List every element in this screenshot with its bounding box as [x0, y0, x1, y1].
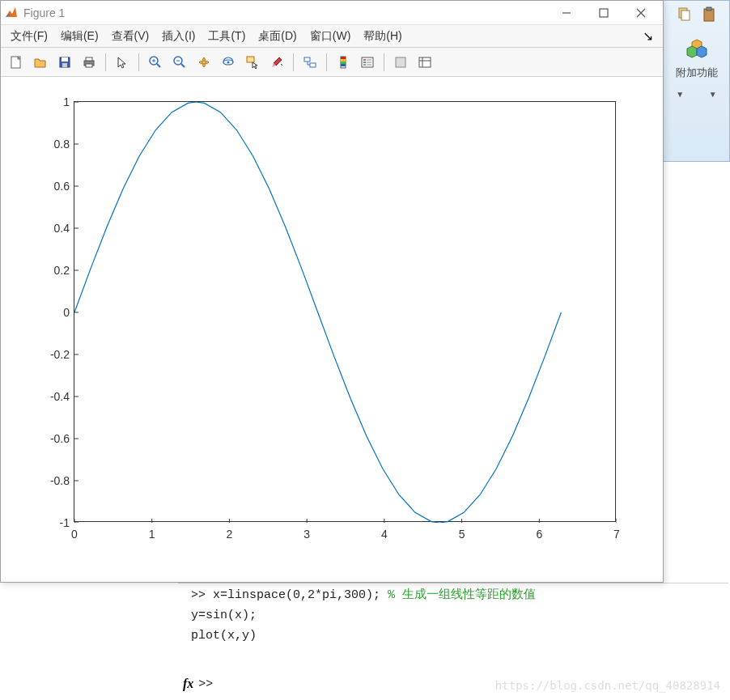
- menu-file[interactable]: 文件(F): [4, 26, 54, 47]
- axes[interactable]: -1-0.8-0.6-0.4-0.200.20.40.60.81 0123456…: [74, 101, 616, 522]
- dropdown-icon[interactable]: ▼: [676, 90, 684, 99]
- x-tick-label: 3: [303, 528, 310, 541]
- menu-window[interactable]: 窗口(W): [303, 26, 358, 47]
- svg-rect-6: [62, 57, 68, 62]
- svg-rect-26: [341, 62, 346, 64]
- y-tick-label: 0.6: [34, 180, 70, 193]
- svg-rect-25: [341, 59, 346, 62]
- svg-rect-22: [310, 63, 316, 67]
- svg-rect-7: [62, 63, 67, 67]
- y-tick-label: -0.4: [34, 390, 70, 403]
- link-button[interactable]: [299, 52, 320, 73]
- svg-rect-1: [600, 9, 608, 17]
- x-tick-label: 5: [459, 528, 465, 541]
- menubar: 文件(F) 编辑(E) 查看(V) 插入(I) 工具(T) 桌面(D) 窗口(W…: [1, 25, 663, 48]
- plot-area[interactable]: -1-0.8-0.6-0.4-0.200.20.40.60.81 0123456…: [1, 77, 663, 582]
- svg-rect-59: [681, 11, 690, 20]
- paste-icon[interactable]: [700, 6, 718, 26]
- toolbar: [1, 48, 663, 77]
- y-tick-label: -1: [34, 516, 70, 529]
- line-plot: [74, 102, 617, 523]
- x-tick-label: 0: [71, 528, 78, 541]
- svg-rect-9: [86, 57, 92, 61]
- svg-point-19: [227, 61, 230, 63]
- figure-window: Figure 1 文件(F) 编辑(E) 查看(V) 插入(I) 工具(T) 桌…: [0, 0, 664, 583]
- separator: [105, 53, 106, 71]
- brush-button[interactable]: [266, 52, 287, 73]
- save-button[interactable]: [54, 52, 75, 73]
- x-tick-label: 2: [227, 528, 233, 541]
- addon-icon[interactable]: [684, 37, 710, 62]
- svg-rect-21: [304, 57, 310, 62]
- zoom-out-button[interactable]: [169, 52, 190, 73]
- y-tick-label: -0.6: [34, 432, 70, 445]
- menu-tools[interactable]: 工具(T): [202, 26, 252, 47]
- menu-help[interactable]: 帮助(H): [357, 26, 408, 47]
- minimize-button[interactable]: [548, 1, 585, 25]
- x-tick-label: 4: [381, 528, 388, 541]
- annotation-toggle-icon[interactable]: ↘: [643, 28, 660, 44]
- y-tick-label: 0.2: [34, 264, 70, 277]
- separator: [384, 53, 384, 71]
- svg-rect-20: [247, 57, 254, 62]
- command-prompt[interactable]: fx >>: [178, 677, 213, 691]
- menu-desktop[interactable]: 桌面(D): [252, 26, 303, 47]
- matlab-icon: [4, 6, 19, 20]
- dropdown-icon[interactable]: ▼: [709, 90, 717, 99]
- menu-edit[interactable]: 编辑(E): [54, 26, 105, 47]
- addon-label: 附加功能: [676, 66, 718, 80]
- show-plot-tools-button[interactable]: [414, 52, 435, 73]
- insert-legend-button[interactable]: [357, 52, 378, 73]
- command-line-1: >> x=linspace(0,2*pi,300); % 生成一组线性等距的数值: [178, 583, 728, 605]
- x-tick-label: 7: [613, 528, 620, 541]
- fx-icon: fx: [183, 677, 193, 691]
- menu-insert[interactable]: 插入(I): [155, 26, 202, 47]
- insert-colorbar-button[interactable]: [333, 52, 354, 73]
- watermark: https://blog.csdn.net/qq_40828914: [495, 679, 720, 692]
- pointer-button[interactable]: [112, 52, 133, 73]
- menu-view[interactable]: 查看(V): [105, 26, 156, 47]
- command-line-2: y=sin(x);: [178, 605, 728, 626]
- print-button[interactable]: [79, 52, 100, 73]
- y-tick-label: -0.8: [34, 474, 70, 487]
- y-tick-label: 0: [34, 306, 70, 319]
- ribbon-fragment: 附加功能 ▼ ▼: [664, 0, 730, 162]
- zoom-in-button[interactable]: [145, 52, 166, 73]
- svg-line-12: [157, 64, 160, 67]
- y-tick-label: 0.4: [34, 222, 70, 235]
- svg-rect-36: [419, 57, 431, 67]
- y-tick-label: -0.2: [34, 348, 70, 361]
- pan-button[interactable]: [193, 52, 214, 73]
- svg-rect-24: [341, 57, 346, 59]
- y-tick-label: 0.8: [34, 138, 70, 151]
- separator: [138, 53, 139, 71]
- x-tick-label: 1: [149, 528, 155, 541]
- x-tick-label: 6: [536, 528, 542, 541]
- close-button[interactable]: [622, 1, 660, 25]
- svg-line-16: [181, 64, 185, 67]
- y-tick-label: 1: [34, 95, 70, 108]
- hide-plot-tools-button[interactable]: [390, 52, 411, 73]
- separator: [326, 53, 327, 71]
- window-title: Figure 1: [23, 6, 548, 19]
- open-button[interactable]: [30, 52, 51, 73]
- svg-rect-35: [396, 57, 405, 67]
- prompt-symbol: >>: [198, 677, 213, 691]
- copy-icon[interactable]: [676, 6, 694, 26]
- new-figure-button[interactable]: [6, 52, 27, 73]
- maximize-button[interactable]: [585, 1, 622, 25]
- rotate-3d-button[interactable]: [218, 52, 239, 73]
- separator: [293, 53, 294, 71]
- titlebar[interactable]: Figure 1: [1, 1, 663, 25]
- svg-rect-10: [86, 64, 92, 67]
- svg-rect-27: [341, 64, 346, 66]
- data-cursor-button[interactable]: [242, 52, 263, 73]
- command-line-3: plot(x,y): [178, 626, 728, 646]
- svg-rect-61: [707, 7, 711, 11]
